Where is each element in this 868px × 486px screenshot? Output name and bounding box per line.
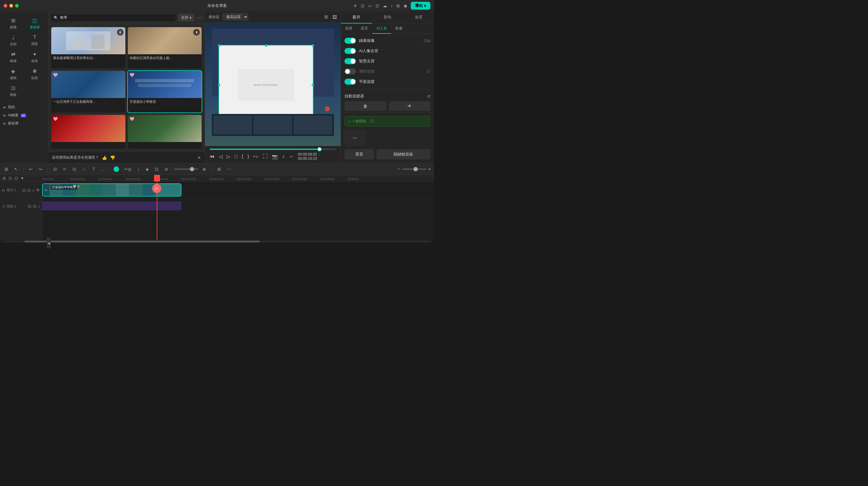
ai-portrait-toggle[interactable] [344, 48, 356, 54]
audio-track-add-button[interactable]: ⊡ [28, 204, 31, 209]
step-back-button[interactable]: ◁ [219, 154, 222, 159]
tree-item-library[interactable]: ▶ 素材庫 [0, 119, 48, 127]
export-button[interactable]: 導出 ▾ [411, 2, 430, 10]
subtab-mask[interactable]: 遮罩 [356, 24, 372, 34]
video-card[interactable]: 🩷 [51, 115, 125, 149]
audio-track-export-button[interactable]: ⊡ [33, 204, 36, 209]
delete-tracker-button[interactable]: 🗑 [344, 101, 386, 111]
play-button[interactable]: ▷ [227, 154, 230, 159]
fullscreen-button[interactable] [15, 4, 19, 7]
video-card[interactable]: ⬇ 兩名戴著醫用口罩的學生站... [51, 27, 125, 68]
volume-slider[interactable] [174, 169, 198, 170]
green-screen-settings-icon[interactable]: ◎ [427, 39, 430, 43]
sidebar-item-filter[interactable]: ◈ 濾鏡 [2, 66, 24, 83]
autocut-button[interactable]: ✂◎ [123, 166, 133, 173]
smart-bg-toggle[interactable] [344, 58, 356, 64]
sidebar-item-template[interactable]: ⊡ 模板 [2, 83, 24, 99]
remove-button[interactable]: ⊖ [163, 166, 170, 173]
monitor-icon[interactable]: ▭ [368, 3, 372, 8]
resize-handle[interactable] [325, 107, 330, 111]
motion-trace-info-icon[interactable]: ⓘ [427, 69, 430, 74]
zoom-slider[interactable] [402, 169, 427, 170]
grid-icon[interactable]: ⊞ [396, 3, 400, 8]
unlimited-button[interactable]: + + 無限制 ⓘ [344, 116, 430, 127]
more-options-button[interactable]: ⋯ [197, 15, 202, 21]
cloud-icon[interactable]: ☁ [383, 3, 387, 8]
delete-button[interactable]: ⊡ [52, 166, 59, 173]
tree-item-my[interactable]: ▶ 我的 [0, 103, 48, 111]
zoom-thumb[interactable] [413, 167, 418, 171]
stop-button[interactable]: □ [235, 154, 238, 159]
crop-button[interactable]: ⊡ [71, 166, 78, 173]
close-button[interactable] [4, 4, 7, 7]
settings-icon[interactable]: ⊡ [361, 3, 364, 8]
sound-icon[interactable]: ♪ [391, 3, 393, 8]
zoom-out-button[interactable]: − [398, 166, 400, 172]
tree-item-ai-painting[interactable]: ▶ AI繪畫 AI [0, 111, 48, 119]
mark-in-button[interactable]: { [242, 154, 243, 159]
progress-thumb[interactable] [317, 147, 321, 151]
sidebar-item-transition[interactable]: ⇄ 轉場 [2, 49, 24, 66]
tab-speed[interactable]: 速度 [403, 11, 434, 24]
mark-out-button[interactable]: } [247, 154, 249, 159]
green-screen-info-icon[interactable]: ⓘ [424, 38, 427, 43]
reset-button[interactable]: 重置 [344, 149, 374, 159]
subtab-animation[interactable]: 動畫 [391, 24, 407, 34]
thumbs-up-icon[interactable]: 👍 [102, 155, 107, 160]
tab-video[interactable]: 影片 [341, 11, 372, 24]
minimize-button[interactable] [9, 4, 13, 7]
plane-track-toggle[interactable] [344, 79, 356, 85]
keyframe-button[interactable]: 關鍵帧面板 [376, 149, 430, 159]
audio-button[interactable]: ♪ [282, 154, 284, 159]
refresh-icon[interactable]: ↺ [427, 94, 430, 99]
link-track-button[interactable]: ⊡ [8, 176, 12, 181]
sidebar-item-effect[interactable]: ✦ 效果 [24, 49, 46, 66]
text-timeline-button[interactable]: ⊡ [153, 166, 160, 173]
progress-track[interactable] [210, 149, 336, 150]
snapshot-button[interactable]: 📷 [272, 154, 278, 159]
subtab-basic[interactable]: 基礎 [341, 24, 356, 34]
sidebar-item-audio[interactable]: ♩ 音頻 [2, 32, 24, 49]
notification-icon[interactable]: ✈ [353, 3, 357, 8]
sidebar-item-media[interactable]: ⊞ 媒體 [2, 15, 24, 32]
preview-tracker-button[interactable]: 👁 [389, 101, 431, 111]
video-card-selected[interactable]: 🩷 空蕩蕩的小學教室 [128, 71, 202, 112]
timeline-select-button[interactable]: ↖ [13, 166, 19, 173]
playhead-marker[interactable] [113, 166, 120, 173]
skip-back-button[interactable]: ⏮ [210, 154, 215, 159]
extend-button[interactable]: ↔ [81, 166, 88, 173]
video-track-add-button[interactable]: ⊡ [22, 188, 26, 193]
add-button[interactable]: ⊕ [201, 166, 208, 173]
split-button[interactable]: ⊢▷ [253, 155, 258, 159]
collapse-sidebar[interactable]: ◀ [47, 238, 51, 243]
video-card[interactable]: 🩷 一位亞洲男子正在創建商業... [51, 71, 125, 112]
video-track-export-button[interactable]: ⊡ [27, 188, 31, 193]
more-playback-button[interactable]: ↔ [289, 154, 293, 159]
sidebar-item-sticker[interactable]: ❋ 貼紙 [24, 66, 46, 83]
redo-button[interactable]: ↪ [37, 166, 44, 173]
add-video-track-button[interactable]: ⊞ [2, 176, 6, 181]
undo-button[interactable]: ↩ [27, 166, 34, 173]
video-track-mute-button[interactable]: ♪ [32, 188, 34, 193]
effects-timeline-button[interactable]: ◈ [144, 166, 150, 173]
split-track-button[interactable]: ⊡ [14, 176, 18, 181]
save-icon[interactable]: ⊡ [375, 3, 379, 8]
settings-timeline-button[interactable]: ⋯ [225, 166, 233, 173]
zoom-in-button[interactable]: + [428, 166, 431, 172]
video-track-hide-button[interactable]: 👁 [36, 188, 40, 193]
feedback-close-button[interactable]: ✕ [197, 155, 201, 160]
download-icon[interactable]: ⬇ [117, 29, 124, 36]
text-button[interactable]: T [91, 166, 97, 173]
thumbs-down-icon[interactable]: 👎 [110, 155, 115, 160]
scrollbar-thumb[interactable] [24, 241, 260, 242]
audio-clip[interactable] [42, 202, 181, 210]
motion-trace-toggle[interactable] [344, 68, 356, 74]
subtab-ai-tools[interactable]: AI工具 [372, 24, 391, 34]
grid-view-icon[interactable]: ⊞ [324, 14, 328, 20]
filter-button[interactable]: 全部 ▾ [178, 14, 194, 22]
video-card[interactable]: 🩷 [128, 115, 202, 149]
more-tools-button[interactable]: .. [100, 166, 105, 173]
sidebar-item-library[interactable]: ◫ 素材庫 [24, 15, 46, 32]
unlimited-info-icon[interactable]: ⓘ [370, 119, 373, 124]
timeline-split-button[interactable]: ⊞ [3, 166, 10, 173]
